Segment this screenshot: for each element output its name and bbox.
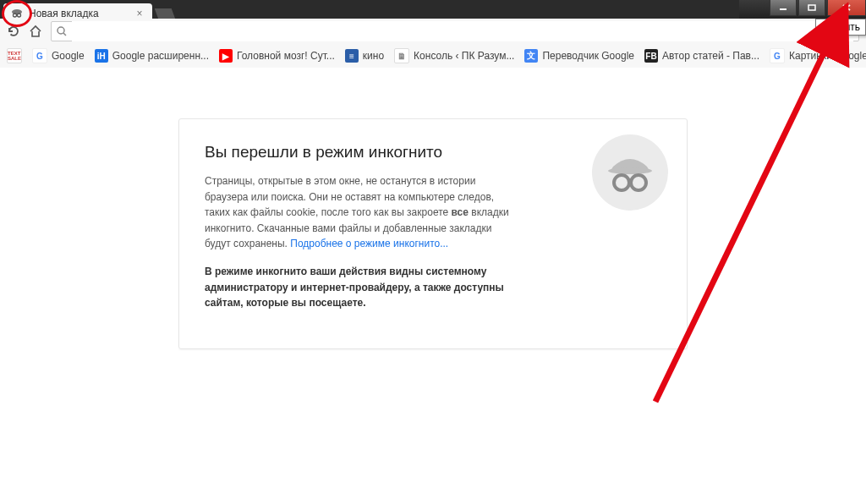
- address-bar[interactable]: [51, 21, 859, 41]
- window-minimize-button[interactable]: [770, 0, 797, 16]
- reload-icon[interactable]: [7, 25, 20, 38]
- svg-point-8: [58, 27, 64, 34]
- bookmark-translate[interactable]: 文Переводчик Google: [524, 49, 634, 63]
- nav-bar: [0, 19, 866, 45]
- svg-point-10: [608, 167, 652, 174]
- home-icon[interactable]: [29, 25, 42, 38]
- incognito-large-icon: [592, 134, 668, 211]
- svg-line-9: [63, 33, 66, 36]
- bookmark-author[interactable]: FBАвтор статей - Пав...: [644, 49, 759, 63]
- address-input[interactable]: [72, 21, 853, 41]
- svg-point-11: [614, 175, 629, 190]
- bookmark-images[interactable]: GКартинки Google: [770, 48, 866, 63]
- bookmark-google-ext[interactable]: iHGoogle расширенн...: [95, 49, 209, 63]
- bookmark-google[interactable]: GGoogle: [32, 48, 85, 63]
- close-tooltip: Закрыть: [815, 19, 866, 36]
- svg-point-5: [14, 14, 17, 17]
- page-content: Вы перешли в режим инкогнито Страницы, о…: [0, 68, 866, 504]
- tab-close-icon[interactable]: ×: [134, 8, 145, 19]
- svg-rect-1: [808, 5, 815, 10]
- incognito-learn-more-link[interactable]: Подробнее о режиме инкогнито...: [290, 238, 448, 249]
- bookmark-brain[interactable]: ▶Головной мозг! Сут...: [219, 49, 335, 63]
- incognito-heading: Вы перешли в режим инкогнито: [205, 143, 661, 162]
- incognito-paragraph-2: В режиме инкогнито ваши действия видны с…: [205, 264, 518, 311]
- search-icon: [57, 26, 67, 36]
- bookmark-console[interactable]: 🗎Консоль ‹ ПК Разум...: [394, 48, 514, 63]
- bookmarks-bar: TEXTSALE GGoogle iHGoogle расширенн... ▶…: [0, 44, 866, 68]
- incognito-paragraph-1: Страницы, открытые в этом окне, не остан…: [205, 173, 518, 252]
- window-close-button[interactable]: [827, 0, 866, 16]
- bookmark-kino[interactable]: ≡кино: [345, 49, 384, 63]
- svg-point-12: [631, 175, 646, 190]
- tab-title: Новая вкладка: [29, 8, 134, 19]
- incognito-card: Вы перешли в режим инкогнито Страницы, о…: [178, 118, 688, 349]
- bookmark-textsale[interactable]: TEXTSALE: [7, 48, 22, 63]
- window-maximize-button[interactable]: [798, 0, 825, 16]
- svg-point-6: [18, 14, 21, 17]
